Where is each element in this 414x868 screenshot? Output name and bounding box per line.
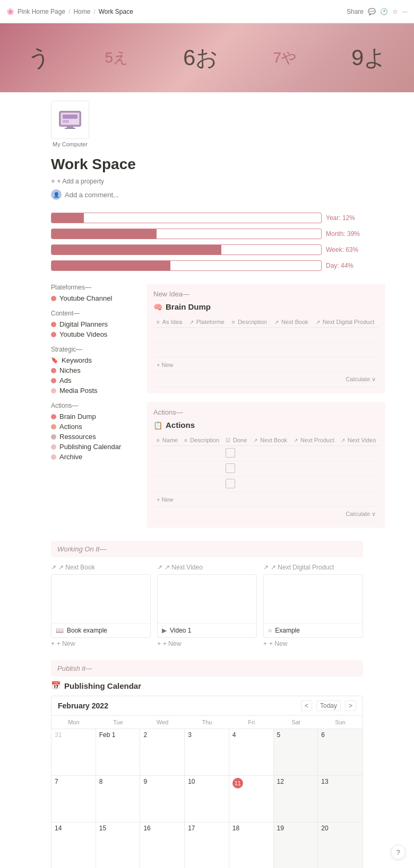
cal-cell[interactable]: 10 [185, 776, 229, 822]
sidebar-item-actions[interactable]: Actions [51, 422, 139, 432]
cal-cell[interactable]: 17 [185, 822, 229, 868]
sidebar-item-brain-dump[interactable]: Brain Dump [51, 411, 139, 422]
row-name[interactable] [153, 477, 181, 492]
done-checkbox[interactable] [226, 448, 235, 458]
row-done[interactable] [222, 477, 250, 492]
row-plateforme[interactable] [186, 343, 229, 357]
breadcrumb-workspace[interactable]: Work Space [99, 8, 133, 15]
more-icon[interactable]: ··· [402, 8, 408, 15]
working-col-header-product: ↗ ↗ Next Digital Product [263, 564, 363, 571]
cal-cell[interactable]: 7 [51, 776, 96, 822]
today-button[interactable]: Today [316, 700, 341, 711]
row-description[interactable] [229, 328, 271, 343]
row-next-product[interactable] [290, 461, 338, 477]
sidebar-dot [51, 388, 56, 393]
add-label: + New [269, 640, 287, 647]
done-checkbox[interactable] [226, 463, 235, 473]
working-card-product[interactable]: ○ Example [264, 623, 363, 637]
cal-cell[interactable]: 6 [318, 729, 363, 776]
row-idea[interactable] [153, 343, 186, 357]
cal-cell[interactable]: 20 [318, 822, 363, 868]
cal-cell[interactable]: 2 [140, 729, 185, 776]
row-next-product[interactable] [290, 446, 338, 461]
sidebar-dot [51, 378, 56, 383]
product-icon: ○ [268, 627, 272, 634]
cal-cell[interactable]: 8 [96, 776, 141, 822]
breadcrumb-home[interactable]: Home [73, 8, 90, 15]
sidebar-item-youtube-videos[interactable]: Youtube Videos [51, 329, 139, 339]
working-col-next-video: ↗ ↗ Next Video ▶ Video 1 + + New [157, 564, 257, 647]
sidebar-item-keywords[interactable]: 🔖 Keywords [51, 355, 139, 365]
add-row-row: + New [153, 357, 379, 372]
calculate-button[interactable]: Calculate ∨ [153, 372, 379, 387]
row-next-video[interactable] [338, 446, 380, 461]
sidebar-item-niches[interactable]: Niches [51, 365, 139, 375]
cal-cell-today[interactable]: 11 [229, 776, 274, 822]
app-name[interactable]: Pink Home Page [18, 8, 65, 15]
row-next-book[interactable] [271, 343, 313, 357]
done-checkbox[interactable] [226, 479, 235, 488]
add-new-product[interactable]: + + New [263, 640, 363, 647]
row-name[interactable] [153, 461, 181, 477]
working-card-book[interactable]: 📖 Book example [51, 623, 150, 637]
row-next-digital[interactable] [313, 328, 380, 343]
cal-cell[interactable]: 19 [274, 822, 318, 868]
cal-header-fri: Fri [229, 716, 274, 729]
row-next-video[interactable] [338, 477, 380, 492]
row-next-video[interactable] [338, 461, 380, 477]
add-new-video[interactable]: + + New [157, 640, 257, 647]
sidebar-item-archive[interactable]: Archive [51, 452, 139, 462]
row-next-product[interactable] [290, 477, 338, 492]
cal-cell[interactable]: 4 [229, 729, 274, 776]
add-new-book[interactable]: + + New [51, 640, 151, 647]
row-done[interactable] [222, 461, 250, 477]
cal-cell[interactable]: 3 [185, 729, 229, 776]
row-next-book[interactable] [271, 328, 313, 343]
sidebar-item-ads[interactable]: Ads [51, 375, 139, 385]
row-next-book[interactable] [250, 461, 290, 477]
cal-cell[interactable]: 15 [96, 822, 141, 868]
cal-cell[interactable]: 9 [140, 776, 185, 822]
clock-icon[interactable]: 🕐 [380, 8, 388, 15]
row-desc[interactable] [181, 446, 222, 461]
cal-cell[interactable]: 16 [140, 822, 185, 868]
add-comment[interactable]: 👤 Add a comment... [51, 189, 363, 200]
cal-date: 9 [143, 778, 147, 785]
row-done[interactable] [222, 446, 250, 461]
share-button[interactable]: Share [347, 8, 364, 15]
cal-cell[interactable]: 5 [274, 729, 318, 776]
add-new-row[interactable]: + New [153, 357, 379, 372]
row-desc[interactable] [181, 477, 222, 492]
comment-icon[interactable]: 💬 [368, 8, 376, 15]
calculate-button[interactable]: Calculate ∨ [153, 507, 379, 522]
add-property[interactable]: + + Add a property [51, 177, 363, 185]
cal-cell[interactable]: 12 [274, 776, 318, 822]
row-idea[interactable] [153, 328, 186, 343]
sidebar-item-ressources[interactable]: Ressources [51, 432, 139, 442]
cal-prev-button[interactable]: < [301, 700, 312, 711]
working-card-video[interactable]: ▶ Video 1 [158, 623, 256, 637]
cal-cell[interactable]: 31 [51, 729, 96, 776]
col-desc: ≡Description [181, 435, 222, 446]
row-name[interactable] [153, 446, 181, 461]
row-next-book[interactable] [250, 477, 290, 492]
row-desc[interactable] [181, 461, 222, 477]
cal-next-button[interactable]: > [345, 700, 356, 711]
cal-cell[interactable]: 13 [318, 776, 363, 822]
add-new-row[interactable]: + New [153, 492, 379, 507]
help-button[interactable]: ? [391, 845, 406, 860]
sidebar-item-publishing-calendar[interactable]: Publishing Calendar [51, 442, 139, 452]
sidebar-item-media-posts[interactable]: Media Posts [51, 385, 139, 396]
cal-cell[interactable]: 18 [229, 822, 274, 868]
sidebar-item-youtube-channel[interactable]: Youtube Channel [51, 293, 139, 303]
page-icon[interactable] [51, 101, 89, 139]
col-plateforme: ↗Plateforme [186, 317, 229, 328]
row-next-book[interactable] [250, 446, 290, 461]
cal-cell[interactable]: Feb 1 [96, 729, 141, 776]
cal-cell[interactable]: 14 [51, 822, 96, 868]
row-description[interactable] [229, 343, 271, 357]
sidebar-item-digital-planners[interactable]: Digital Planners [51, 319, 139, 329]
row-next-digital[interactable] [313, 343, 380, 357]
star-icon[interactable]: ☆ [392, 8, 398, 15]
row-plateforme[interactable] [186, 328, 229, 343]
